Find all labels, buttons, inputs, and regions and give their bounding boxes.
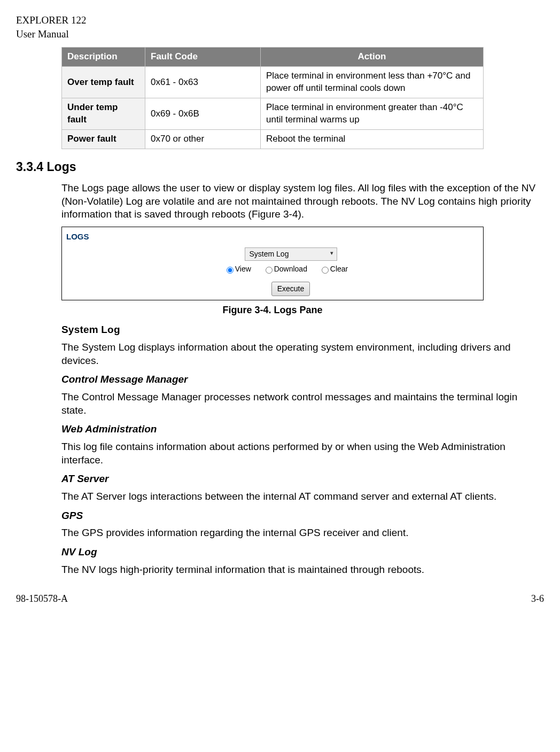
log-type-select[interactable]: System Log	[245, 247, 337, 261]
para-web-admin: This log file contains information about…	[61, 440, 536, 467]
cell-fault: 0x61 - 0x63	[145, 67, 261, 98]
figure-caption: Figure 3-4. Logs Pane	[61, 304, 484, 316]
radio-view-text: View	[235, 265, 251, 273]
radio-download-label[interactable]: Download	[263, 265, 307, 273]
radio-download-text: Download	[274, 265, 307, 273]
table-row: Over temp fault 0x61 - 0x63 Place termin…	[62, 67, 484, 98]
execute-button[interactable]: Execute	[271, 282, 310, 296]
cell-desc: Power fault	[62, 129, 145, 149]
th-description: Description	[62, 48, 145, 67]
radio-row: View Download Clear	[221, 264, 360, 274]
subheading-system-log: System Log	[61, 323, 536, 337]
radio-clear-text: Clear	[330, 265, 348, 273]
para-cmm: The Control Message Manager processes ne…	[61, 391, 536, 417]
fault-code-table: Description Fault Code Action Over temp …	[61, 47, 484, 149]
para-at-server: The AT Server logs interactions between …	[61, 490, 536, 503]
doc-header-title: EXPLORER 122	[16, 13, 544, 27]
footer-doc-number: 98-150578-A	[16, 592, 68, 605]
section-intro: The Logs page allows the user to view or…	[61, 182, 536, 221]
cell-action: Place terminal in environment greater th…	[261, 98, 484, 130]
subheading-web-admin: Web Administration	[61, 422, 536, 436]
para-gps: The GPS provides information regarding t…	[61, 526, 536, 540]
subheading-gps: GPS	[61, 509, 536, 523]
radio-view-label[interactable]: View	[224, 265, 251, 273]
radio-view[interactable]	[227, 267, 234, 274]
subheading-cmm: Control Message Manager	[61, 373, 536, 386]
radio-clear-label[interactable]: Clear	[319, 265, 348, 273]
doc-header-subtitle: User Manual	[16, 27, 544, 41]
cell-desc: Under temp fault	[62, 98, 145, 130]
cell-desc: Over temp fault	[62, 67, 145, 98]
subheading-at-server: AT Server	[61, 472, 536, 486]
radio-clear[interactable]	[322, 267, 329, 274]
section-heading: 3.3.4 Logs	[16, 159, 544, 175]
para-system-log: The System Log displays information abou…	[61, 341, 536, 367]
th-fault-code: Fault Code	[145, 48, 261, 67]
table-row: Power fault 0x70 or other Reboot the ter…	[62, 129, 484, 149]
footer-page-number: 3-6	[531, 592, 544, 605]
table-row: Under temp fault 0x69 - 0x6B Place termi…	[62, 98, 484, 130]
subheading-nv-log: NV Log	[61, 545, 536, 559]
page-footer: 98-150578-A 3-6	[16, 592, 544, 605]
para-nv-log: The NV logs high-priority terminal infor…	[61, 563, 536, 577]
cell-action: Place terminal in environment less than …	[261, 67, 484, 98]
logs-pane-figure: LOGS System Log View Download Clear Exec…	[61, 227, 484, 300]
cell-action: Reboot the terminal	[261, 129, 484, 149]
table-header-row: Description Fault Code Action	[62, 48, 484, 67]
th-action: Action	[261, 48, 484, 67]
logs-panel-title: LOGS	[66, 231, 479, 242]
cell-fault: 0x70 or other	[145, 129, 261, 149]
cell-fault: 0x69 - 0x6B	[145, 98, 261, 130]
radio-download[interactable]	[266, 267, 273, 274]
